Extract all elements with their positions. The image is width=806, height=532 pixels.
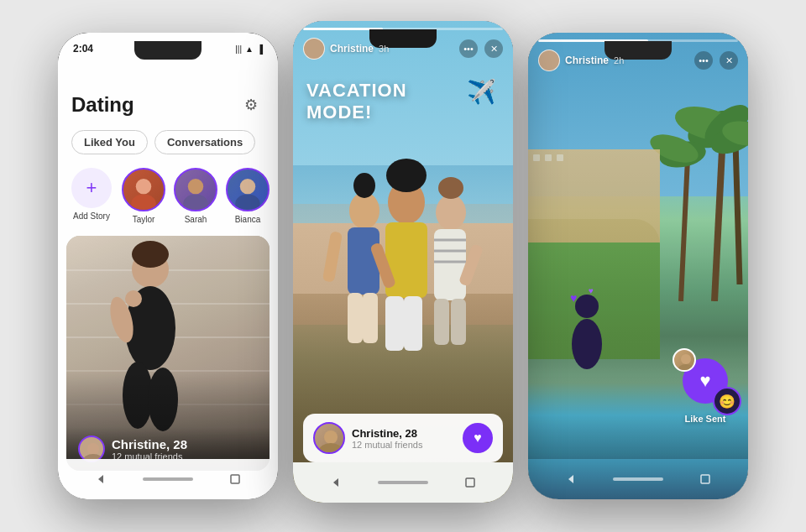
svg-point-7 — [132, 241, 169, 268]
back-icon-left — [95, 473, 107, 485]
like-button-center[interactable]: ♥ — [463, 423, 493, 453]
story-time-right: 2h — [614, 55, 624, 65]
square-icon-center — [464, 477, 476, 488]
profile-name: Christine, 28 — [112, 437, 187, 451]
window-3 — [557, 154, 563, 161]
back-button-center[interactable] — [325, 472, 347, 493]
pool-screen: ♥ ♥ — [528, 33, 748, 499]
svg-point-52 — [575, 295, 599, 318]
resort-bldg — [528, 149, 660, 243]
add-story-item[interactable]: + Add Story — [70, 168, 113, 224]
phone-left-screen: 2:04 ||| ▲ ▐ Dating ⚙ Liked You Conversa… — [58, 33, 278, 499]
svg-point-0 — [136, 179, 151, 194]
story-name-bianca: Bianca — [235, 215, 261, 224]
dating-header: Dating ⚙ — [58, 58, 278, 125]
svg-point-10 — [125, 290, 142, 307]
tab-conversations[interactable]: Conversations — [154, 130, 255, 154]
profile-card[interactable]: Christine, 28 12 mutual friends — [66, 236, 270, 471]
close-icon-right: ✕ — [725, 55, 733, 66]
plus-icon: + — [86, 177, 97, 199]
nav-bar-center — [293, 462, 513, 503]
story-more-btn-right[interactable]: ••• — [694, 51, 713, 70]
dating-title: Dating — [71, 93, 134, 117]
story-actions-right: ••• ✕ — [694, 51, 738, 70]
square-button-right[interactable] — [694, 468, 716, 490]
heart-icon-right: ♥ — [699, 370, 710, 392]
svg-rect-20 — [348, 293, 363, 343]
like-sent-avatar — [673, 348, 696, 372]
story-avatar-taylor — [122, 168, 165, 211]
story-username-right: Christine — [565, 55, 609, 66]
square-button-center[interactable] — [459, 472, 481, 493]
story-header-right: Christine 2h ••• ✕ — [538, 50, 738, 71]
svg-point-28 — [436, 195, 466, 230]
story-avatar-sarah — [174, 168, 217, 211]
phone-right: ♥ ♥ — [528, 33, 748, 499]
story-user-info-right: Christine 2h — [538, 50, 624, 71]
story-bianca[interactable]: Bianca — [226, 168, 270, 224]
phone-left: 2:04 ||| ▲ ▐ Dating ⚙ Liked You Conversa… — [58, 33, 278, 499]
home-indicator-right[interactable] — [613, 477, 663, 481]
like-sent-dark-avatar: 😊 — [713, 387, 741, 415]
windows — [528, 149, 660, 166]
story-bottom-card: Christine, 28 12 mutual friends ♥ — [303, 414, 503, 462]
svg-text:♥: ♥ — [589, 286, 594, 295]
add-story-label: Add Story — [73, 211, 110, 221]
svg-point-38 — [324, 430, 338, 444]
gear-button[interactable]: ⚙ — [238, 91, 264, 118]
story-avatar-img — [315, 424, 345, 454]
home-indicator-center[interactable] — [378, 481, 428, 484]
add-story-button[interactable]: + — [71, 168, 112, 208]
story-taylor[interactable]: Taylor — [122, 168, 165, 224]
phones-container: 2:04 ||| ▲ ▐ Dating ⚙ Liked You Conversa… — [0, 0, 806, 532]
profile-text: Christine, 28 12 mutual friends — [112, 437, 187, 462]
story-close-btn[interactable]: ✕ — [484, 39, 503, 58]
nav-bar-right — [528, 459, 748, 499]
status-bar-left: 2:04 ||| ▲ ▐ — [58, 33, 278, 58]
tab-bar: Liked You Conversations — [58, 125, 278, 161]
tab-liked-you[interactable]: Liked You — [71, 130, 148, 154]
like-sent-badge: ♥ 😊 Like Sent — [676, 352, 735, 424]
story-name-sarah: Sarah — [185, 215, 207, 224]
svg-point-13 — [87, 443, 99, 455]
svg-line-46 — [681, 159, 688, 301]
pool-figure-svg: ♥ ♥ — [553, 281, 620, 382]
story-photo-sarah — [175, 168, 216, 211]
svg-point-39 — [319, 443, 343, 454]
window-2 — [545, 154, 552, 161]
vacation-text: VACATION MODE! — [306, 80, 407, 123]
story-more-btn[interactable]: ••• — [459, 39, 478, 58]
window-1 — [533, 154, 540, 161]
story-photo-bianca — [228, 168, 268, 211]
square-icon-right — [699, 473, 711, 485]
story-sarah[interactable]: Sarah — [174, 168, 217, 224]
vacation-text-container: VACATION MODE! — [306, 80, 471, 123]
svg-rect-34 — [434, 299, 449, 345]
more-icon: ••• — [463, 44, 474, 54]
square-button-left[interactable] — [224, 468, 246, 490]
like-emoji: 😊 — [719, 394, 735, 409]
story-profile-text: Christine, 28 12 mutual friends — [352, 427, 422, 450]
phone-center-screen: VACATION MODE! ✈️ Christine 3h — [293, 21, 513, 503]
like-sent-label: Like Sent — [685, 414, 726, 424]
phone-center: VACATION MODE! ✈️ Christine 3h — [293, 21, 513, 503]
story-profile-avatar — [313, 422, 345, 454]
svg-text:♥: ♥ — [570, 291, 577, 305]
story-user-avatar-right — [538, 50, 560, 71]
home-indicator-left[interactable] — [143, 477, 193, 481]
nav-bar-left — [58, 459, 278, 499]
close-icon: ✕ — [490, 44, 498, 55]
svg-point-3 — [183, 195, 208, 211]
story-user-avatar — [303, 38, 325, 60]
stories-row: + Add Story Taylor — [58, 161, 278, 232]
back-button-left[interactable] — [90, 468, 112, 490]
story-close-btn-right[interactable]: ✕ — [720, 51, 738, 70]
svg-point-29 — [438, 177, 463, 199]
more-icon-right: ••• — [699, 55, 709, 65]
svg-point-1 — [131, 195, 156, 211]
svg-rect-59 — [701, 475, 709, 483]
svg-rect-26 — [385, 296, 404, 351]
back-button-right[interactable] — [560, 468, 582, 490]
svg-rect-35 — [451, 299, 466, 345]
svg-rect-27 — [404, 296, 422, 351]
